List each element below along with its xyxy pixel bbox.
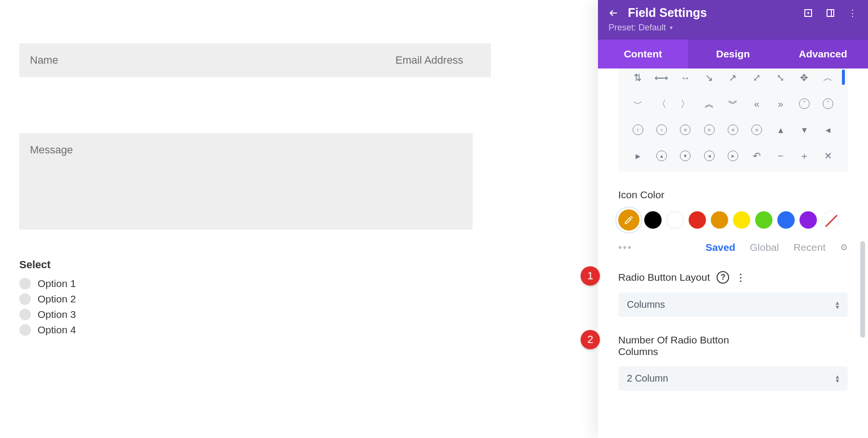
message-input[interactable]: Message — [19, 133, 473, 230]
icon-scroll-indicator[interactable] — [842, 69, 845, 85]
back-arrow-icon[interactable] — [609, 8, 618, 18]
radio-option-label: Option 1 — [38, 278, 76, 289]
circle-triangle-down-icon[interactable]: ▾ — [678, 149, 692, 163]
double-chevron-up-icon[interactable]: ︽ — [702, 96, 717, 111]
radio-option-label: Option 2 — [38, 293, 76, 305]
color-swatch-row — [618, 209, 848, 231]
move-icon[interactable]: ✥ — [797, 70, 812, 85]
minus-icon[interactable]: − — [773, 149, 788, 163]
plus-icon[interactable]: ＋ — [797, 149, 812, 163]
color-swatch-active[interactable] — [618, 209, 639, 231]
color-swatch-orange[interactable] — [711, 211, 728, 229]
arrow-down-up-icon[interactable]: ⇅ — [631, 70, 645, 85]
color-swatch-blue[interactable] — [777, 211, 795, 229]
double-chevron-down-icon[interactable]: ︾ — [726, 96, 740, 111]
circle-double-down-icon[interactable]: » — [702, 123, 717, 137]
radio-layout-label: Radio Button Layout ? ⋮ — [618, 271, 848, 284]
color-swatch-black[interactable] — [644, 211, 662, 229]
tab-advanced[interactable]: Advanced — [778, 40, 868, 68]
preset-label: Preset: Default — [609, 23, 666, 33]
gear-icon[interactable]: ⚙ — [840, 242, 848, 253]
radio-circle-icon — [19, 278, 31, 289]
arrow-compress-icon[interactable]: ⤢ — [749, 70, 764, 85]
email-input[interactable]: Email Address — [385, 43, 491, 77]
caret-down-icon: ▼ — [669, 25, 674, 30]
preset-dropdown[interactable]: Preset: Default ▼ — [609, 23, 857, 33]
more-vert-icon[interactable]: ⋮ — [736, 272, 746, 283]
circle-triangle-right-icon[interactable]: ▸ — [726, 149, 740, 163]
color-swatch-red[interactable] — [689, 211, 706, 229]
chevron-left-icon[interactable]: 〈 — [654, 96, 669, 111]
radio-layout-select[interactable]: Columns ▴▾ — [618, 292, 848, 317]
circle-triangle-left-icon[interactable]: ◂ — [702, 149, 717, 163]
circle-chevron-left-icon[interactable]: ‹ — [631, 123, 645, 137]
triangle-right-icon[interactable]: ▸ — [631, 149, 645, 163]
swatch-tab-global[interactable]: Global — [750, 242, 779, 253]
svg-point-1 — [807, 12, 809, 14]
circle-chevron-down-icon[interactable]: ˅ — [821, 96, 835, 111]
double-chevron-left-icon[interactable]: « — [749, 96, 764, 111]
more-colors-icon[interactable]: ••• — [618, 241, 632, 254]
radio-option[interactable]: Option 1 — [19, 278, 473, 289]
sidebar-toggle-icon[interactable] — [826, 8, 835, 18]
circle-chevron-right-icon[interactable]: › — [654, 123, 669, 137]
icon-color-label: Icon Color — [618, 189, 848, 201]
circle-double-right-icon[interactable]: » — [749, 123, 764, 137]
message-placeholder: Message — [30, 144, 73, 156]
color-swatch-purple[interactable] — [800, 211, 817, 229]
radio-cols-value: 2 Column — [627, 373, 668, 384]
annotation-badge-2: 2 — [581, 330, 600, 349]
svg-rect-2 — [827, 10, 834, 16]
triangle-up-icon[interactable]: ▴ — [773, 123, 788, 137]
color-swatch-green[interactable] — [755, 211, 773, 229]
tab-design[interactable]: Design — [688, 40, 778, 68]
chevron-down-icon[interactable]: ﹀ — [631, 96, 645, 111]
panel-scrollbar[interactable] — [860, 241, 865, 338]
tab-bar: Content Design Advanced — [598, 40, 868, 68]
radio-circle-icon — [19, 309, 31, 320]
radio-option[interactable]: Option 3 — [19, 309, 473, 320]
close-icon[interactable]: ✕ — [821, 149, 835, 163]
email-placeholder: Email Address — [395, 54, 463, 67]
more-vert-icon[interactable]: ⋮ — [848, 8, 857, 18]
annotation-badge-1: 1 — [581, 266, 600, 286]
radio-option-label: Option 4 — [38, 324, 76, 336]
select-caret-icon: ▴▾ — [836, 374, 839, 383]
radio-option[interactable]: Option 2 — [19, 293, 473, 305]
arrow-diag-se-icon[interactable]: ↘ — [702, 70, 717, 85]
undo-icon[interactable]: ↶ — [749, 149, 764, 163]
arrow-left-right-icon[interactable]: ↔ — [678, 70, 692, 85]
swatch-tab-row: ••• Saved Global Recent ⚙ — [618, 241, 848, 254]
swatch-tab-saved[interactable]: Saved — [705, 242, 735, 253]
radio-cols-select[interactable]: 2 Column ▴▾ — [618, 366, 848, 391]
arrow-left-right-loop-icon[interactable]: ⟷ — [654, 70, 669, 85]
circle-chevron-up-icon[interactable]: ˄ — [797, 96, 812, 111]
triangle-left-icon[interactable]: ◂ — [821, 123, 835, 137]
expand-icon[interactable] — [803, 8, 813, 18]
radio-layout-value: Columns — [627, 299, 665, 310]
help-icon[interactable]: ? — [717, 271, 729, 284]
panel-title: Field Settings — [628, 6, 794, 20]
double-chevron-right-icon[interactable]: » — [773, 96, 788, 111]
circle-triangle-up-icon[interactable]: ▴ — [654, 149, 669, 163]
name-placeholder: Name — [30, 54, 58, 67]
radio-layout-text: Radio Button Layout — [618, 272, 710, 283]
tab-content[interactable]: Content — [598, 40, 688, 68]
chevron-up-icon[interactable]: ︿ — [821, 70, 835, 85]
color-swatch-yellow[interactable] — [733, 211, 750, 229]
arrow-diag-ne-icon[interactable]: ↗ — [726, 70, 740, 85]
swatch-tab-recent[interactable]: Recent — [793, 242, 826, 253]
radio-circle-icon — [19, 324, 31, 336]
circle-double-up-icon[interactable]: « — [678, 123, 692, 137]
color-swatch-white[interactable] — [666, 211, 684, 229]
radio-option-label: Option 3 — [38, 309, 76, 320]
color-swatch-none[interactable] — [822, 211, 839, 229]
eyedropper-icon — [624, 215, 634, 225]
radio-option[interactable]: Option 4 — [19, 324, 473, 336]
arrow-expand-icon[interactable]: ⤡ — [773, 70, 788, 85]
icon-picker-grid: ⇅ ⟷ ↔ ↘ ↗ ⤢ ⤡ ✥ ︿ ﹀ 〈 〉 ︽ ︾ « » ˄ ˅ ‹ › … — [618, 68, 848, 172]
chevron-right-icon[interactable]: 〉 — [678, 96, 692, 111]
triangle-down-icon[interactable]: ▾ — [797, 123, 812, 137]
radio-circle-icon — [19, 293, 31, 305]
circle-double-left-icon[interactable]: « — [726, 123, 740, 137]
